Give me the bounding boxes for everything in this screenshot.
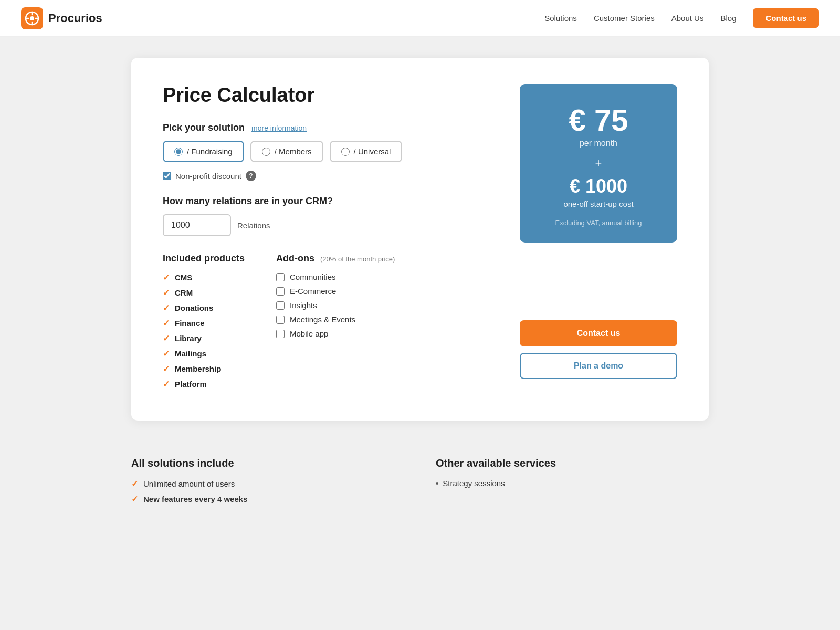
product-membership: ✓ Membership	[163, 364, 245, 374]
cta-buttons: Contact us Plan a demo	[520, 320, 677, 379]
solution-members-radio[interactable]	[262, 148, 270, 156]
check-icon-cms: ✓	[163, 272, 170, 282]
addons-subtitle: (20% of the month price)	[320, 255, 395, 263]
all-solutions-title: All solutions include	[131, 457, 404, 469]
nonprofit-label: Non-profit discount	[175, 172, 242, 181]
solution-fundraising-radio[interactable]	[174, 148, 183, 156]
help-icon[interactable]: ?	[246, 171, 256, 181]
footer-section: All solutions include ✓ Unlimited amount…	[131, 442, 709, 530]
addons-title: Add-ons (20% of the month price)	[276, 253, 395, 264]
all-solutions-col: All solutions include ✓ Unlimited amount…	[131, 457, 404, 509]
addon-meetings-events[interactable]: Meetings & Events	[276, 315, 395, 324]
addon-ecommerce-checkbox[interactable]	[276, 287, 285, 296]
check-icon-features: ✓	[131, 494, 138, 504]
check-icon-library: ✓	[163, 333, 170, 343]
check-icon-membership: ✓	[163, 364, 170, 374]
brand-name: Procurios	[48, 12, 102, 25]
price-startup-label: one-off start-up cost	[536, 200, 662, 208]
solution-members[interactable]: / Members	[250, 141, 323, 162]
solution-fundraising[interactable]: / Fundraising	[163, 141, 244, 162]
addon-communities-checkbox[interactable]	[276, 273, 285, 281]
price-vat-label: Excluding VAT, annual billing	[536, 219, 662, 227]
plan-demo-button[interactable]: Plan a demo	[520, 353, 677, 379]
nav-contact-button[interactable]: Contact us	[753, 8, 819, 28]
contact-us-button[interactable]: Contact us	[520, 320, 677, 346]
product-finance: ✓ Finance	[163, 318, 245, 328]
addon-insights-checkbox[interactable]	[276, 301, 285, 310]
check-icon-platform: ✓	[163, 379, 170, 389]
crm-unit: Relations	[237, 221, 270, 230]
check-icon-mailings: ✓	[163, 349, 170, 359]
nav-blog[interactable]: Blog	[720, 14, 736, 23]
footer-strategy-sessions: Strategy sessions	[436, 479, 709, 488]
product-mailings: ✓ Mailings	[163, 349, 245, 359]
price-monthly: € 75	[536, 105, 662, 135]
price-panel: € 75 per month + € 1000 one-off start-up…	[520, 84, 677, 243]
solution-fundraising-label: / Fundraising	[187, 147, 233, 156]
solution-universal-radio[interactable]	[341, 148, 350, 156]
addon-ecommerce[interactable]: E-Commerce	[276, 287, 395, 296]
other-services-col: Other available services Strategy sessio…	[436, 457, 709, 509]
price-per-month-label: per month	[536, 139, 662, 148]
included-products-col: Included products ✓ CMS ✓ CRM ✓ Donation…	[163, 253, 245, 394]
svg-point-1	[30, 16, 34, 20]
solution-universal[interactable]: / Universal	[330, 141, 403, 162]
check-icon-finance: ✓	[163, 318, 170, 328]
price-plus-symbol: +	[536, 156, 662, 170]
more-info-link[interactable]: more information	[251, 124, 307, 132]
calculator-card: Price Calculator € 75 per month + € 1000…	[131, 58, 709, 421]
nav-solutions[interactable]: Solutions	[544, 14, 577, 23]
navbar: Procurios Solutions Customer Stories Abo…	[0, 0, 840, 37]
check-icon-unlimited: ✓	[131, 479, 138, 489]
price-startup: € 1000	[536, 175, 662, 197]
addon-communities[interactable]: Communities	[276, 272, 395, 281]
solution-universal-label: / Universal	[354, 147, 391, 156]
product-crm: ✓ CRM	[163, 288, 245, 298]
product-platform: ✓ Platform	[163, 379, 245, 389]
footer-new-features: ✓ New features every 4 weeks	[131, 494, 404, 504]
addon-meetings-checkbox[interactable]	[276, 316, 285, 324]
included-products-title: Included products	[163, 253, 245, 264]
check-icon-donations: ✓	[163, 303, 170, 313]
solution-members-label: / Members	[275, 147, 312, 156]
product-cms: ✓ CMS	[163, 272, 245, 282]
addons-col: Add-ons (20% of the month price) Communi…	[276, 253, 395, 394]
logo-icon	[21, 7, 43, 29]
footer-unlimited-users: ✓ Unlimited amount of users	[131, 479, 404, 489]
other-services-title: Other available services	[436, 457, 709, 469]
footer-new-features-label: New features every 4 weeks	[143, 495, 247, 503]
nonprofit-checkbox[interactable]	[163, 172, 171, 180]
crm-input[interactable]	[163, 214, 231, 236]
nav-customer-stories[interactable]: Customer Stories	[594, 14, 655, 23]
addon-mobile-checkbox[interactable]	[276, 330, 285, 338]
nav-about-us[interactable]: About Us	[671, 14, 704, 23]
page-background: Price Calculator € 75 per month + € 1000…	[0, 37, 840, 630]
addon-insights[interactable]: Insights	[276, 301, 395, 310]
addon-mobile-app[interactable]: Mobile app	[276, 329, 395, 338]
check-icon-crm: ✓	[163, 288, 170, 298]
product-library: ✓ Library	[163, 333, 245, 343]
product-donations: ✓ Donations	[163, 303, 245, 313]
nav-links: Solutions Customer Stories About Us Blog…	[544, 8, 819, 28]
logo: Procurios	[21, 7, 102, 29]
